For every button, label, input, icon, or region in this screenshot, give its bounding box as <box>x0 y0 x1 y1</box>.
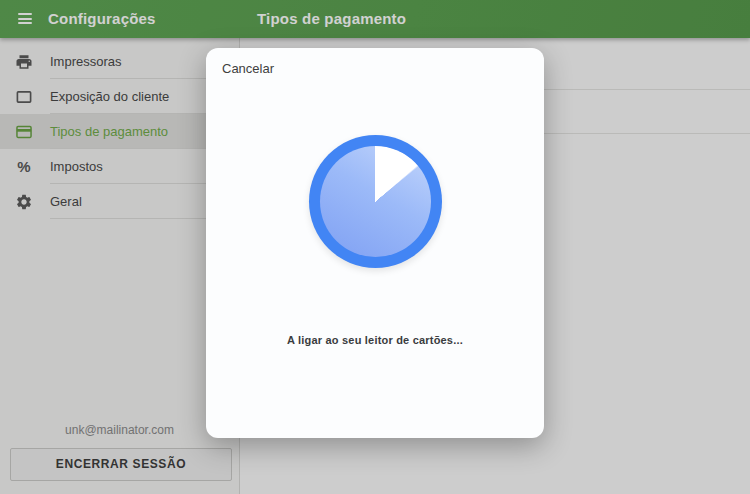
settings-screen: Configurações Tipos de pagamento Impress… <box>0 0 750 494</box>
cancel-button[interactable]: Cancelar <box>222 61 274 76</box>
spinner-wedge <box>320 146 431 257</box>
card-reader-dialog: Cancelar A ligar ao seu leitor de cartõe… <box>206 48 544 438</box>
progress-clock-spinner <box>309 135 442 268</box>
spinner-disc <box>320 146 431 257</box>
connection-status-text: A ligar ao seu leitor de cartões... <box>206 334 544 346</box>
